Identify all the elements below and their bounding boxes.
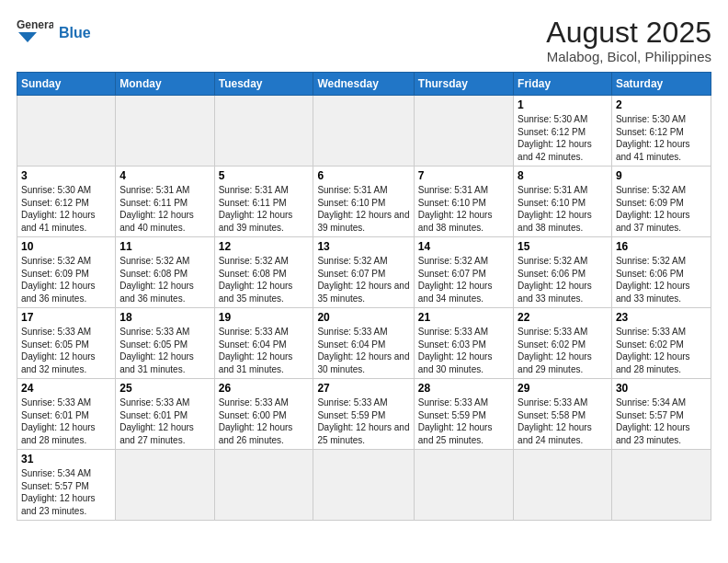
day-info: Sunrise: 5:30 AM Sunset: 6:12 PM Dayligh… — [21, 184, 111, 234]
calendar-cell — [116, 96, 214, 167]
day-number: 21 — [418, 311, 509, 324]
day-number: 14 — [418, 240, 509, 253]
day-info: Sunrise: 5:31 AM Sunset: 6:10 PM Dayligh… — [317, 184, 409, 234]
header-friday: Friday — [514, 73, 612, 96]
calendar-cell: 10Sunrise: 5:32 AM Sunset: 6:09 PM Dayli… — [17, 237, 116, 308]
calendar-cell — [611, 450, 711, 521]
day-info: Sunrise: 5:33 AM Sunset: 6:05 PM Dayligh… — [119, 326, 210, 375]
day-number: 31 — [21, 453, 111, 465]
calendar-cell: 1Sunrise: 5:30 AM Sunset: 6:12 PM Daylig… — [514, 96, 612, 167]
day-info: Sunrise: 5:32 AM Sunset: 6:09 PM Dayligh… — [21, 255, 111, 304]
calendar-cell: 30Sunrise: 5:34 AM Sunset: 5:57 PM Dayli… — [611, 379, 711, 450]
day-number: 16 — [616, 240, 707, 253]
day-number: 30 — [616, 382, 707, 395]
day-info: Sunrise: 5:33 AM Sunset: 5:59 PM Dayligh… — [418, 396, 509, 446]
calendar-cell: 4Sunrise: 5:31 AM Sunset: 6:11 PM Daylig… — [116, 167, 214, 237]
day-info: Sunrise: 5:32 AM Sunset: 6:07 PM Dayligh… — [418, 255, 509, 304]
calendar-cell — [414, 450, 513, 521]
day-info: Sunrise: 5:33 AM Sunset: 6:02 PM Dayligh… — [616, 326, 707, 375]
day-info: Sunrise: 5:30 AM Sunset: 6:12 PM Dayligh… — [518, 113, 608, 163]
calendar-cell: 8Sunrise: 5:31 AM Sunset: 6:10 PM Daylig… — [514, 167, 612, 237]
calendar-week-1: 1Sunrise: 5:30 AM Sunset: 6:12 PM Daylig… — [17, 96, 711, 167]
calendar-cell: 22Sunrise: 5:33 AM Sunset: 6:02 PM Dayli… — [514, 308, 612, 379]
day-number: 20 — [317, 311, 409, 324]
calendar-cell: 25Sunrise: 5:33 AM Sunset: 6:01 PM Dayli… — [116, 379, 214, 450]
calendar-cell: 11Sunrise: 5:32 AM Sunset: 6:08 PM Dayli… — [116, 237, 214, 308]
day-number: 28 — [418, 382, 509, 395]
calendar-week-6: 31Sunrise: 5:34 AM Sunset: 5:57 PM Dayli… — [17, 450, 711, 521]
day-info: Sunrise: 5:33 AM Sunset: 6:01 PM Dayligh… — [21, 396, 111, 446]
day-number: 18 — [119, 311, 210, 324]
calendar-cell — [214, 450, 313, 521]
calendar-week-3: 10Sunrise: 5:32 AM Sunset: 6:09 PM Dayli… — [17, 237, 711, 308]
day-number: 5 — [219, 169, 310, 182]
header-sunday: Sunday — [17, 73, 116, 96]
calendar-cell: 12Sunrise: 5:32 AM Sunset: 6:08 PM Dayli… — [214, 237, 313, 308]
day-number: 2 — [616, 98, 707, 111]
day-number: 24 — [21, 382, 111, 395]
calendar-cell — [214, 96, 313, 167]
calendar-cell: 15Sunrise: 5:32 AM Sunset: 6:06 PM Dayli… — [514, 237, 612, 308]
calendar-cell — [116, 450, 214, 521]
day-number: 6 — [317, 169, 409, 182]
calendar-cell: 7Sunrise: 5:31 AM Sunset: 6:10 PM Daylig… — [414, 167, 513, 237]
day-number: 19 — [219, 311, 310, 324]
day-info: Sunrise: 5:33 AM Sunset: 6:01 PM Dayligh… — [119, 396, 210, 446]
day-info: Sunrise: 5:31 AM Sunset: 6:10 PM Dayligh… — [518, 184, 608, 234]
day-info: Sunrise: 5:33 AM Sunset: 6:03 PM Dayligh… — [418, 326, 509, 375]
calendar-cell: 3Sunrise: 5:30 AM Sunset: 6:12 PM Daylig… — [17, 167, 116, 237]
day-info: Sunrise: 5:34 AM Sunset: 5:57 PM Dayligh… — [616, 396, 707, 446]
day-number: 11 — [119, 240, 210, 253]
day-info: Sunrise: 5:33 AM Sunset: 6:04 PM Dayligh… — [317, 326, 409, 375]
day-info: Sunrise: 5:32 AM Sunset: 6:09 PM Dayligh… — [616, 184, 707, 234]
day-number: 4 — [119, 169, 210, 182]
calendar-cell — [313, 450, 414, 521]
calendar-week-4: 17Sunrise: 5:33 AM Sunset: 6:05 PM Dayli… — [17, 308, 711, 379]
calendar-cell: 21Sunrise: 5:33 AM Sunset: 6:03 PM Dayli… — [414, 308, 513, 379]
day-info: Sunrise: 5:33 AM Sunset: 5:58 PM Dayligh… — [518, 396, 608, 446]
calendar-cell: 9Sunrise: 5:32 AM Sunset: 6:09 PM Daylig… — [611, 167, 711, 237]
calendar-cell: 14Sunrise: 5:32 AM Sunset: 6:07 PM Dayli… — [414, 237, 513, 308]
calendar-cell — [414, 96, 513, 167]
header: General Blue August 2025 Malabog, Bicol,… — [17, 17, 711, 64]
day-number: 15 — [518, 240, 608, 253]
day-number: 25 — [119, 382, 210, 395]
header-monday: Monday — [116, 73, 214, 96]
day-number: 23 — [616, 311, 707, 324]
day-number: 12 — [219, 240, 310, 253]
location: Malabog, Bicol, Philippines — [546, 49, 711, 64]
title-area: August 2025 Malabog, Bicol, Philippines — [546, 17, 711, 64]
day-number: 3 — [21, 169, 111, 182]
logo-blue-text: Blue — [59, 25, 91, 41]
day-number: 10 — [21, 240, 111, 253]
day-info: Sunrise: 5:34 AM Sunset: 5:57 PM Dayligh… — [21, 467, 111, 517]
calendar-table: SundayMondayTuesdayWednesdayThursdayFrid… — [17, 72, 711, 521]
day-info: Sunrise: 5:30 AM Sunset: 6:12 PM Dayligh… — [616, 113, 707, 163]
page: General Blue August 2025 Malabog, Bicol,… — [0, 0, 728, 530]
calendar-cell: 16Sunrise: 5:32 AM Sunset: 6:06 PM Dayli… — [611, 237, 711, 308]
header-thursday: Thursday — [414, 73, 513, 96]
day-info: Sunrise: 5:33 AM Sunset: 5:59 PM Dayligh… — [317, 396, 409, 446]
day-number: 13 — [317, 240, 409, 253]
day-number: 17 — [21, 311, 111, 324]
day-info: Sunrise: 5:32 AM Sunset: 6:06 PM Dayligh… — [616, 255, 707, 304]
calendar-cell: 18Sunrise: 5:33 AM Sunset: 6:05 PM Dayli… — [116, 308, 214, 379]
svg-text:General: General — [17, 18, 53, 31]
day-info: Sunrise: 5:31 AM Sunset: 6:11 PM Dayligh… — [219, 184, 310, 234]
calendar-cell: 23Sunrise: 5:33 AM Sunset: 6:02 PM Dayli… — [611, 308, 711, 379]
day-info: Sunrise: 5:32 AM Sunset: 6:08 PM Dayligh… — [219, 255, 310, 304]
calendar-cell: 6Sunrise: 5:31 AM Sunset: 6:10 PM Daylig… — [313, 167, 414, 237]
day-info: Sunrise: 5:32 AM Sunset: 6:07 PM Dayligh… — [317, 255, 409, 304]
header-saturday: Saturday — [611, 73, 711, 96]
calendar-cell: 19Sunrise: 5:33 AM Sunset: 6:04 PM Dayli… — [214, 308, 313, 379]
header-wednesday: Wednesday — [313, 73, 414, 96]
day-number: 1 — [518, 98, 608, 111]
header-tuesday: Tuesday — [214, 73, 313, 96]
month-year: August 2025 — [546, 17, 711, 49]
logo-svg: General — [17, 17, 53, 44]
calendar-cell — [514, 450, 612, 521]
day-number: 9 — [616, 169, 707, 182]
calendar-cell: 13Sunrise: 5:32 AM Sunset: 6:07 PM Dayli… — [313, 237, 414, 308]
day-info: Sunrise: 5:33 AM Sunset: 6:04 PM Dayligh… — [219, 326, 310, 375]
day-number: 27 — [317, 382, 409, 395]
